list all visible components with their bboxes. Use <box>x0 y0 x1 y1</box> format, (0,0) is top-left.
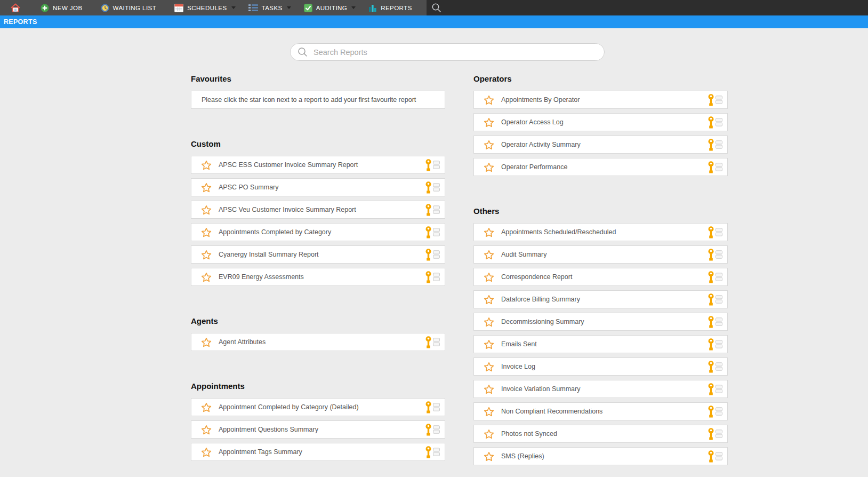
report-card[interactable]: Operator Access Log <box>473 113 728 131</box>
star-icon[interactable] <box>484 451 494 462</box>
star-icon[interactable] <box>484 339 494 349</box>
report-name[interactable]: APSC PO Summary <box>219 184 279 191</box>
star-icon[interactable] <box>484 272 494 282</box>
report-card[interactable]: Audit Summary <box>473 245 728 264</box>
report-card[interactable]: Appointment Tags Summary <box>191 443 445 461</box>
report-card[interactable]: Appointments Scheduled/Rescheduled <box>473 223 728 241</box>
report-name[interactable]: Appointments Completed by Category <box>219 228 331 236</box>
star-icon[interactable] <box>201 250 212 260</box>
report-card[interactable]: EVR09 Energy Assessments <box>191 268 445 286</box>
report-name[interactable]: Correspondence Report <box>501 273 572 281</box>
star-icon[interactable] <box>484 362 494 372</box>
search-icon[interactable] <box>431 3 441 13</box>
report-card[interactable]: Decommissioning Summary <box>473 313 728 331</box>
star-icon[interactable] <box>484 295 494 305</box>
report-name[interactable]: Cyanergy Install Summary Report <box>219 251 319 258</box>
nav-item-waiting-list[interactable]: WAITING LIST <box>94 0 163 15</box>
report-name[interactable]: EVR09 Energy Assessments <box>219 273 304 281</box>
star-icon[interactable] <box>484 429 494 439</box>
report-card[interactable]: Non Compliant Recommendations <box>473 402 728 420</box>
nav-item-home[interactable] <box>4 0 27 15</box>
star-icon[interactable] <box>484 384 494 394</box>
report-card[interactable]: Invoice Log <box>473 357 728 376</box>
report-name[interactable]: Appointment Tags Summary <box>219 448 302 456</box>
star-icon[interactable] <box>484 407 494 417</box>
report-card[interactable]: Appointments Completed by Category <box>191 223 445 241</box>
list-icon <box>433 205 440 214</box>
section-appointments: AppointmentsAppointment Completed by Cat… <box>191 381 445 461</box>
list-icon <box>433 183 440 192</box>
nav-item-new-job[interactable]: NEW JOB <box>34 0 89 15</box>
report-card[interactable]: APSC Veu Customer Invoice Summary Report <box>191 201 445 219</box>
report-name[interactable]: Operator Performance <box>501 163 567 171</box>
star-icon[interactable] <box>201 160 212 170</box>
search-row <box>191 28 728 61</box>
star-icon[interactable] <box>201 402 212 412</box>
search-reports-input[interactable] <box>312 47 597 57</box>
report-card[interactable]: Appointments By Operator <box>473 91 728 109</box>
report-card[interactable]: Operator Performance <box>473 158 728 176</box>
report-card[interactable]: Appointment Questions Summary <box>191 420 445 439</box>
reports-page: FavouritesPlease click the star icon nex… <box>191 28 728 477</box>
star-icon[interactable] <box>201 425 212 435</box>
report-name[interactable]: Audit Summary <box>501 251 546 258</box>
report-name[interactable]: Operator Activity Summary <box>501 141 581 148</box>
report-name[interactable]: Appointments Scheduled/Rescheduled <box>501 228 616 236</box>
report-card[interactable]: Photos not Synced <box>473 425 728 443</box>
star-icon[interactable] <box>484 162 494 172</box>
report-card[interactable]: Operator Activity Summary <box>473 136 728 154</box>
empty-message-text: Please click the star icon next to a rep… <box>202 96 416 104</box>
report-name[interactable]: Invoice Log <box>501 363 535 370</box>
report-card[interactable]: APSC PO Summary <box>191 178 445 196</box>
report-card[interactable]: APSC ESS Customer Invoice Summary Report <box>191 156 445 174</box>
report-card-icons <box>708 448 722 465</box>
report-card[interactable]: Invoice Variation Summary <box>473 380 728 398</box>
report-card[interactable]: Appointment Completed by Category (Detai… <box>191 398 445 416</box>
report-card[interactable]: SMS (Replies) <box>473 447 728 465</box>
star-icon[interactable] <box>201 337 212 347</box>
section-agents: AgentsAgent Attributes <box>191 316 445 351</box>
report-name[interactable]: Operator Access Log <box>501 118 564 126</box>
nav-item-reports[interactable]: REPORTS <box>362 0 419 15</box>
list-icon <box>433 338 440 346</box>
report-card[interactable]: Correspondence Report <box>473 268 728 286</box>
star-icon[interactable] <box>201 182 212 193</box>
nav-item-label: NEW JOB <box>53 5 83 11</box>
report-name[interactable]: Appointment Completed by Category (Detai… <box>219 403 359 411</box>
star-icon[interactable] <box>201 227 212 237</box>
nav-item-label: SCHEDULES <box>187 5 227 11</box>
report-card[interactable]: Emails Sent <box>473 335 728 353</box>
report-name[interactable]: Decommissioning Summary <box>501 318 584 325</box>
report-name[interactable]: APSC Veu Customer Invoice Summary Report <box>219 206 356 213</box>
key-icon <box>425 226 432 238</box>
report-name[interactable]: Invoice Variation Summary <box>501 385 580 393</box>
report-card-icons <box>708 136 722 153</box>
star-icon[interactable] <box>484 117 494 128</box>
report-name[interactable]: SMS (Replies) <box>501 452 544 460</box>
star-icon[interactable] <box>484 250 494 260</box>
report-card[interactable]: Agent Attributes <box>191 333 445 351</box>
star-icon[interactable] <box>201 205 212 215</box>
star-icon[interactable] <box>201 272 212 282</box>
report-name[interactable]: Appointment Questions Summary <box>219 426 318 433</box>
report-name[interactable]: Emails Sent <box>501 340 537 348</box>
report-name[interactable]: Agent Attributes <box>219 338 266 346</box>
report-name[interactable]: Appointments By Operator <box>501 96 580 104</box>
star-icon[interactable] <box>201 447 212 457</box>
nav-item-tasks[interactable]: TASKS <box>242 0 298 15</box>
report-card-icons <box>425 179 440 196</box>
nav-item-auditing[interactable]: AUDITING <box>298 0 363 15</box>
key-icon <box>708 450 714 463</box>
star-icon[interactable] <box>484 140 494 150</box>
star-icon[interactable] <box>484 317 494 327</box>
star-icon[interactable] <box>484 227 494 237</box>
report-name[interactable]: Photos not Synced <box>501 430 557 438</box>
star-icon[interactable] <box>484 95 494 105</box>
report-name[interactable]: APSC ESS Customer Invoice Summary Report <box>219 161 358 169</box>
report-name[interactable]: Dataforce Billing Summary <box>501 296 580 303</box>
report-card[interactable]: Dataforce Billing Summary <box>473 290 728 308</box>
report-name[interactable]: Non Compliant Recommendations <box>501 408 602 415</box>
key-icon <box>708 226 714 238</box>
nav-item-schedules[interactable]: SCHEDULES <box>168 0 242 15</box>
report-card[interactable]: Cyanergy Install Summary Report <box>191 245 445 264</box>
